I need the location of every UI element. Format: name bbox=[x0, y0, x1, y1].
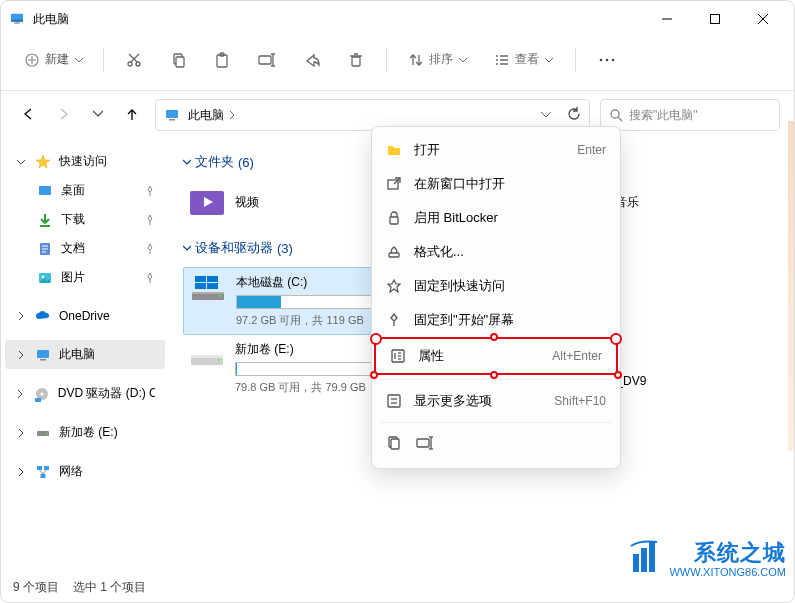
sidebar-item-label: DVD 驱动器 (D:) CC bbox=[58, 385, 155, 402]
maximize-button[interactable] bbox=[700, 14, 730, 24]
up-button[interactable] bbox=[119, 103, 145, 128]
context-format[interactable]: 格式化... bbox=[372, 235, 620, 269]
sidebar-item-downloads[interactable]: 下载 bbox=[5, 205, 165, 234]
context-label: 打开 bbox=[414, 141, 440, 159]
context-label: 固定到"开始"屏幕 bbox=[414, 311, 514, 329]
copy-button[interactable] bbox=[158, 44, 198, 76]
sort-label: 排序 bbox=[429, 51, 453, 68]
folder-label: 视频 bbox=[235, 194, 259, 211]
svg-point-35 bbox=[612, 58, 615, 61]
svg-point-57 bbox=[46, 432, 48, 434]
delete-button[interactable] bbox=[336, 44, 376, 76]
context-new-window[interactable]: 在新窗口中打开 bbox=[372, 167, 620, 201]
status-selection: 选中 1 个项目 bbox=[73, 579, 146, 596]
sidebar-item-dvd[interactable]: DVD 驱动器 (D:) CC bbox=[5, 379, 165, 408]
sidebar-item-label: 文档 bbox=[61, 240, 85, 257]
context-properties[interactable]: 属性 Alt+Enter bbox=[376, 339, 616, 373]
search-input[interactable]: 搜索"此电脑" bbox=[600, 99, 780, 131]
more-button[interactable] bbox=[586, 49, 628, 71]
view-label: 查看 bbox=[515, 51, 539, 68]
svg-line-62 bbox=[43, 470, 47, 474]
svg-point-73 bbox=[219, 295, 221, 297]
chevron-down-icon bbox=[75, 56, 83, 64]
format-icon bbox=[386, 244, 402, 260]
network-icon bbox=[35, 464, 51, 480]
svg-rect-52 bbox=[40, 359, 46, 361]
cut-button[interactable] bbox=[114, 44, 154, 76]
chevron-right-icon bbox=[15, 351, 27, 359]
context-bitlocker[interactable]: 启用 BitLocker bbox=[372, 201, 620, 235]
svg-rect-58 bbox=[37, 466, 42, 470]
logo-icon bbox=[627, 540, 663, 576]
sort-button[interactable]: 排序 bbox=[397, 43, 479, 76]
search-icon bbox=[609, 108, 623, 122]
context-pin-start[interactable]: 固定到"开始"屏幕 bbox=[372, 303, 620, 337]
chevron-down-icon[interactable] bbox=[541, 110, 551, 120]
sidebar-item-label: 网络 bbox=[59, 463, 83, 480]
svg-rect-102 bbox=[649, 542, 655, 572]
svg-rect-59 bbox=[44, 466, 49, 470]
section-count: (6) bbox=[238, 155, 254, 170]
svg-rect-37 bbox=[166, 110, 178, 118]
svg-rect-79 bbox=[191, 355, 223, 358]
svg-rect-91 bbox=[388, 395, 400, 407]
svg-rect-16 bbox=[217, 55, 227, 67]
context-rename-button[interactable] bbox=[416, 435, 434, 454]
view-button[interactable]: 查看 bbox=[483, 43, 565, 76]
svg-rect-100 bbox=[633, 554, 639, 572]
sidebar-item-desktop[interactable]: 桌面 bbox=[5, 176, 165, 205]
minimize-button[interactable] bbox=[652, 14, 682, 24]
folder-videos[interactable]: 视频 bbox=[183, 181, 363, 223]
paste-button[interactable] bbox=[202, 44, 242, 76]
sidebar-item-pictures[interactable]: 图片 bbox=[5, 263, 165, 292]
back-button[interactable] bbox=[15, 103, 41, 128]
sidebar-item-documents[interactable]: 文档 bbox=[5, 234, 165, 263]
svg-rect-38 bbox=[169, 119, 175, 121]
svg-marker-85 bbox=[388, 280, 400, 292]
search-placeholder: 搜索"此电脑" bbox=[629, 107, 698, 124]
close-button[interactable] bbox=[748, 14, 778, 24]
rename-button[interactable] bbox=[246, 44, 288, 76]
svg-rect-75 bbox=[207, 276, 218, 282]
section-title: 文件夹 bbox=[195, 153, 234, 171]
section-title: 设备和驱动器 bbox=[195, 239, 273, 257]
share-button[interactable] bbox=[292, 44, 332, 76]
sidebar-item-label: 图片 bbox=[61, 269, 85, 286]
new-button[interactable]: 新建 bbox=[15, 45, 93, 74]
svg-rect-77 bbox=[207, 283, 218, 289]
svg-point-39 bbox=[611, 110, 619, 118]
right-edge-decoration bbox=[788, 121, 794, 451]
recent-dropdown[interactable] bbox=[87, 104, 109, 126]
svg-point-34 bbox=[606, 58, 609, 61]
pin-icon bbox=[145, 215, 155, 225]
svg-rect-1 bbox=[11, 20, 23, 22]
sidebar-item-quick-access[interactable]: 快速访问 bbox=[5, 147, 165, 176]
sidebar-item-network[interactable]: 网络 bbox=[5, 457, 165, 486]
svg-rect-76 bbox=[195, 283, 206, 289]
context-open[interactable]: 打开 Enter bbox=[372, 133, 620, 167]
computer-icon bbox=[9, 11, 25, 27]
svg-rect-55 bbox=[35, 398, 41, 402]
forward-button[interactable] bbox=[51, 103, 77, 128]
svg-rect-95 bbox=[391, 439, 399, 449]
window-title: 此电脑 bbox=[33, 11, 652, 28]
svg-rect-4 bbox=[711, 15, 720, 24]
context-more-options[interactable]: 显示更多选项 Shift+F10 bbox=[372, 384, 620, 418]
breadcrumb[interactable]: 此电脑 bbox=[188, 107, 224, 124]
refresh-button[interactable] bbox=[567, 107, 581, 124]
svg-rect-84 bbox=[389, 253, 399, 257]
context-label: 固定到快速访问 bbox=[414, 277, 505, 295]
disc-icon bbox=[34, 386, 50, 402]
videos-folder-icon bbox=[189, 187, 225, 217]
sidebar-item-onedrive[interactable]: OneDrive bbox=[5, 302, 165, 330]
chevron-right-icon bbox=[15, 390, 26, 398]
lock-icon bbox=[386, 210, 402, 226]
sidebar-item-newvol[interactable]: 新加卷 (E:) bbox=[5, 418, 165, 447]
context-copy-button[interactable] bbox=[386, 435, 402, 454]
svg-point-54 bbox=[40, 392, 43, 395]
sidebar-item-thispc[interactable]: 此电脑 bbox=[5, 340, 165, 369]
drive-icon bbox=[35, 425, 51, 441]
svg-point-80 bbox=[218, 359, 220, 361]
context-pin-quickaccess[interactable]: 固定到快速访问 bbox=[372, 269, 620, 303]
more-options-icon bbox=[386, 393, 402, 409]
